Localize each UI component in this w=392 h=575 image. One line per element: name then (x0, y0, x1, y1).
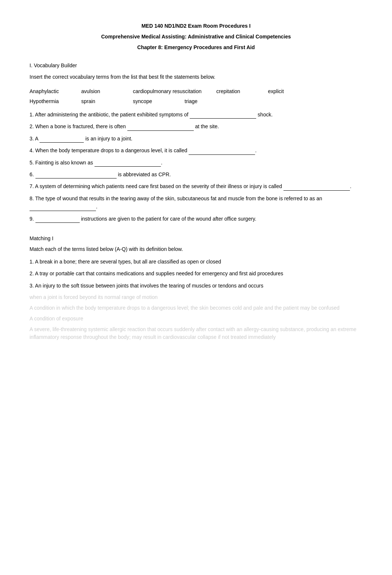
vocab-item: Hypothermia (30, 98, 66, 105)
q9-blank (35, 218, 80, 223)
m3-num: 3. (30, 283, 35, 289)
m1-num: 1. (30, 259, 35, 265)
m2-text: A tray or portable cart that contains me… (35, 271, 283, 276)
vocab-item: Anaphylactic (30, 88, 66, 95)
question-1: 1. After administering the antibiotic, t… (30, 110, 362, 119)
vocab-row2: Hypothermia sprain syncope triage (30, 98, 362, 105)
question-3: 3. A is an injury to a joint. (30, 135, 362, 143)
questions-section: 1. After administering the antibiotic, t… (30, 110, 362, 223)
question-8: 8. The type of wound that results in the… (30, 194, 362, 211)
q4-blank (189, 150, 255, 155)
q5-after: . (161, 160, 162, 166)
vocab-item: triage (185, 98, 221, 105)
q2-after: at the site. (194, 123, 219, 129)
matching-item-1: 1. A break in a bone; there are several … (30, 258, 362, 266)
q5-text: 5. Fainting is also known as (30, 160, 94, 166)
q1-blank (190, 113, 256, 119)
q2-num: 2. When a bone is fractured, there is of… (30, 123, 127, 129)
question-4: 4. When the body temperature drops to a … (30, 146, 362, 154)
q4-after: . (255, 147, 257, 153)
q6-after: is abbreviated as CPR. (117, 171, 171, 177)
blurred-block: when a joint is forced beyond its normal… (30, 293, 362, 341)
question-5: 5. Fainting is also known as . (30, 159, 362, 167)
q7-after: . (350, 183, 351, 189)
vocab-item: crepitation (216, 88, 253, 95)
header-line2: Comprehensive Medical Assisting: Adminis… (30, 33, 362, 41)
blurred-line-4: A severe, life-threatening systemic alle… (30, 326, 362, 341)
q6-num: 6. (30, 171, 35, 177)
q8-blank (30, 206, 96, 211)
m1-text: A break in a bone; there are several typ… (35, 259, 221, 265)
vocab-item: avulsion (81, 88, 118, 95)
question-9: 9. instructions are given to the patient… (30, 215, 362, 223)
vocab-table: Anaphylactic avulsion cardiopulmonary re… (30, 88, 362, 105)
question-7: 7. A system of determining which patient… (30, 182, 362, 190)
blurred-line-1: when a joint is forced beyond its normal… (30, 293, 362, 301)
vocab-item: cardiopulmonary resuscitation (133, 88, 202, 95)
q3-blank (39, 137, 84, 143)
q7-blank (283, 186, 350, 191)
vocab-item: explicit (268, 88, 305, 95)
section1-title: I. Vocabulary Builder (30, 62, 362, 69)
q2-blank (127, 126, 194, 131)
question-6: 6. is abbreviated as CPR. (30, 170, 362, 178)
q1-after: shock. (256, 112, 272, 118)
q7-text: 7. A system of determining which patient… (30, 183, 283, 189)
matching-item-2: 2. A tray or portable cart that contains… (30, 269, 362, 278)
q5-blank (94, 161, 161, 167)
header: MED 140 ND1/ND2 Exam Room Procedures I C… (30, 22, 362, 51)
q8-after: . (96, 204, 97, 210)
vocab-row1: Anaphylactic avulsion cardiopulmonary re… (30, 88, 362, 95)
blurred-line-3: A condition of exposure (30, 315, 362, 323)
q9-num: 9. (30, 216, 35, 222)
q4-text: 4. When the body temperature drops to a … (30, 147, 189, 153)
m3-text: An injury to the soft tissue between joi… (35, 283, 264, 289)
m2-num: 2. (30, 271, 35, 276)
vocab-item: sprain (81, 98, 118, 105)
section1-intro: Insert the correct vocabulary terms from… (30, 73, 362, 81)
matching-item-3: 3. An injury to the soft tissue between … (30, 282, 362, 290)
vocab-item: syncope (133, 98, 170, 105)
blurred-line-2: A condition in which the body temperatur… (30, 304, 362, 312)
header-line1: MED 140 ND1/ND2 Exam Room Procedures I (30, 22, 362, 30)
matching-section: Matching I Match each of the terms liste… (30, 235, 362, 341)
q9-after: instructions are given to the patient fo… (80, 216, 257, 222)
q3-after: is an injury to a joint. (84, 136, 133, 142)
q6-blank (35, 173, 117, 178)
matching-title: Matching I (30, 235, 362, 242)
q3-text: 3. A (30, 136, 39, 142)
q1-num: 1. After administering the antibiotic, t… (30, 112, 190, 118)
header-line3: Chapter 8: Emergency Procedures and Firs… (30, 44, 362, 51)
matching-intro: Match each of the terms listed below (A-… (30, 245, 362, 253)
question-2: 2. When a bone is fractured, there is of… (30, 122, 362, 130)
q8-text: 8. The type of wound that results in the… (30, 195, 322, 201)
